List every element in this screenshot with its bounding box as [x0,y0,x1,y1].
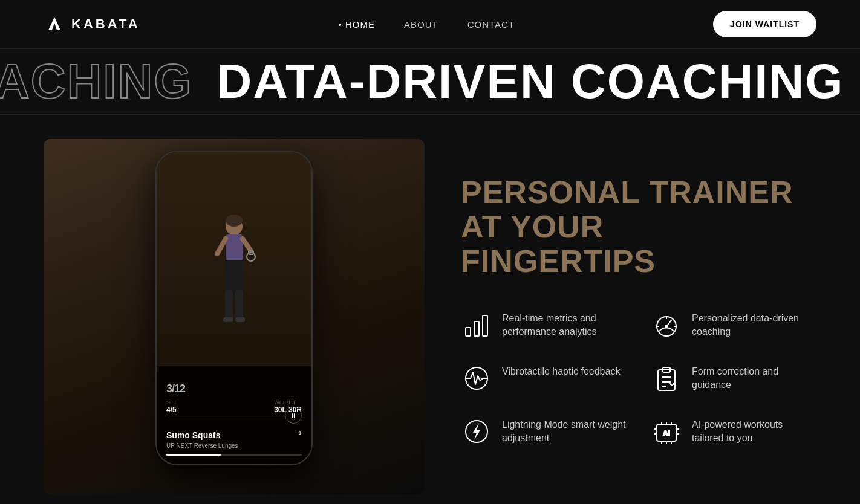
lightning-icon [461,416,492,447]
svg-rect-16 [483,315,487,336]
exercise-name: Sumo Squats [166,430,220,440]
banner-solid: DATA-DRIVEN COACHING [217,54,844,109]
pause-button[interactable]: ⏸ [285,407,302,424]
pulse-icon [461,363,492,394]
feature-coaching: Personalized data-driven coaching [651,309,816,341]
banner-outline-left: COACHING [0,54,193,109]
rep-counter: 3/12 [166,375,185,397]
progress-fill [166,454,221,456]
phone-device: 3/12 SET 4/5 WEIGHT 30L 30R ⏸ [155,151,313,465]
workout-meta: SET 4/5 WEIGHT 30L 30R ⏸ [166,399,302,414]
nav-links: HOME ABOUT CONTACT [339,19,515,30]
bar-chart-icon [461,309,492,341]
feature-haptic-text: Vibrotactile haptic feedback [502,363,620,378]
svg-line-6 [243,239,251,251]
banner: COACHING DATA-DRIVEN COACHING DA [0,48,860,115]
svg-point-19 [665,325,668,328]
set-value: 4/5 [166,405,177,414]
phone-showcase: 3/12 SET 4/5 WEIGHT 30L 30R ⏸ [44,139,425,494]
svg-text:AI: AI [663,429,670,438]
set-label: SET [166,399,177,405]
feature-ai: AI [651,416,816,447]
feature-metrics-text: Real-time metrics and performance analyt… [502,309,627,339]
phone-screen: 3/12 SET 4/5 WEIGHT 30L 30R ⏸ [157,152,311,464]
feature-coaching-text: Personalized data-driven coaching [692,309,816,339]
feature-form: Form correction and guidance [651,363,816,394]
speedometer-icon [651,309,682,341]
navbar: KABATA HOME ABOUT CONTACT JOIN WAITLIST [0,0,860,48]
progress-bar [166,454,302,456]
svg-point-3 [226,215,243,227]
right-content: PERSONAL TRAINER AT YOUR FINGERTIPS Real… [461,139,816,447]
features-grid: Real-time metrics and performance analyt… [461,309,816,447]
svg-rect-14 [466,328,471,336]
svg-rect-15 [474,321,479,336]
svg-rect-11 [235,317,245,322]
logo-text: KABATA [71,16,140,32]
svg-line-5 [217,239,226,254]
nav-contact[interactable]: CONTACT [467,19,515,30]
next-exercise-name: Reverse Lunges [194,442,238,449]
feature-lightning-text: Lightning Mode smart weight adjustment [502,416,627,445]
logo[interactable]: KABATA [44,13,140,35]
svg-rect-10 [223,317,233,322]
feature-metrics: Real-time metrics and performance analyt… [461,309,627,341]
feature-lightning: Lightning Mode smart weight adjustment [461,416,627,447]
weight-label: WEIGHT [274,399,302,405]
next-exercise-label: UP NEXT Reverse Lunges [166,442,302,449]
feature-form-text: Form correction and guidance [692,363,816,392]
clipboard-icon [651,363,682,394]
nav-about[interactable]: ABOUT [404,19,438,30]
nav-home[interactable]: HOME [339,19,375,30]
ai-icon: AI [651,416,682,447]
workout-overlay: 3/12 SET 4/5 WEIGHT 30L 30R ⏸ [157,366,311,464]
svg-rect-4 [226,234,243,262]
svg-marker-30 [473,423,480,440]
logo-icon [44,13,65,35]
svg-rect-9 [235,290,243,320]
svg-marker-0 [48,17,60,30]
phone-person-area [157,152,311,392]
svg-rect-8 [225,290,233,320]
feature-ai-text: AI-powered workouts tailored to you [692,416,816,445]
feature-haptic: Vibrotactile haptic feedback [461,363,627,394]
join-waitlist-button[interactable]: JOIN WAITLIST [713,11,816,37]
person-silhouette [210,212,258,332]
main-content: 3/12 SET 4/5 WEIGHT 30L 30R ⏸ [0,115,860,504]
main-heading: PERSONAL TRAINER AT YOUR FINGERTIPS [461,175,816,279]
